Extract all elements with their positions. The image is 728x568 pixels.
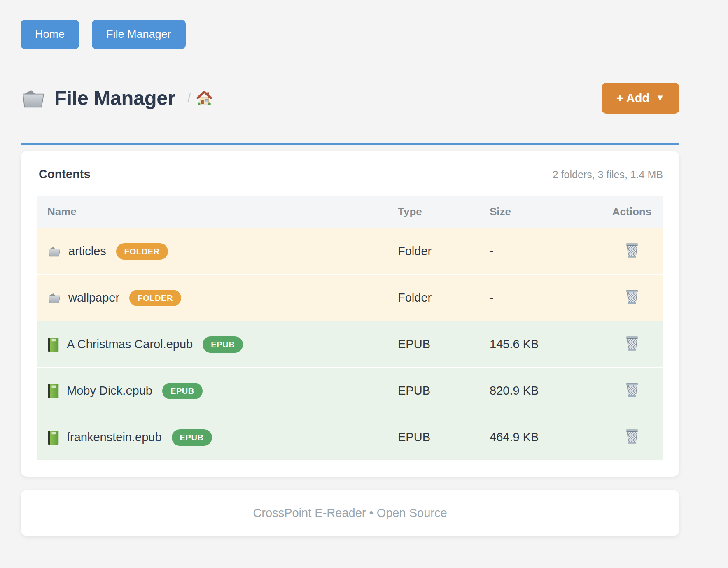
file-type: Folder	[393, 291, 485, 305]
type-badge: FOLDER	[129, 290, 181, 306]
footer-card: CrossPoint E-Reader • Open Source	[21, 490, 679, 536]
table-row: frankenstein.epub EPUB EPUB 464.9 KB	[37, 414, 663, 460]
file-size: 464.9 KB	[485, 431, 601, 444]
folder-icon	[47, 292, 61, 304]
add-button-label: + Add	[616, 91, 649, 105]
file-size: -	[485, 291, 601, 305]
folder-icon	[47, 245, 61, 257]
contents-summary: 2 folders, 3 files, 1.4 MB	[553, 169, 663, 181]
type-badge: EPUB	[162, 383, 203, 399]
file-name-link[interactable]: frankenstein.epub	[67, 431, 162, 444]
file-name-link[interactable]: Moby Dick.epub	[67, 384, 152, 398]
file-type: EPUB	[393, 338, 485, 351]
trash-icon	[625, 428, 639, 444]
table-header-row: Name Type Size Actions	[37, 196, 663, 228]
book-icon	[47, 430, 60, 445]
file-size: 145.6 KB	[485, 338, 601, 351]
type-badge: EPUB	[203, 336, 243, 353]
delete-button[interactable]	[625, 242, 639, 258]
file-table: Name Type Size Actions articles FOLDER	[37, 196, 663, 460]
top-nav: Home File Manager	[21, 20, 679, 49]
file-size: 820.9 KB	[485, 384, 601, 398]
contents-title: Contents	[39, 168, 91, 181]
column-header-actions: Actions	[601, 196, 663, 228]
table-row: A Christmas Carol.epub EPUB EPUB 145.6 K…	[37, 321, 663, 367]
home-icon[interactable]	[196, 91, 212, 105]
chevron-down-icon: ▼	[656, 93, 665, 103]
home-nav-button[interactable]: Home	[21, 20, 79, 49]
delete-button[interactable]	[625, 381, 639, 398]
file-name-link[interactable]: wallpaper	[68, 291, 119, 305]
trash-icon	[625, 288, 639, 305]
contents-card: Contents 2 folders, 3 files, 1.4 MB Name…	[21, 151, 679, 477]
file-name-link[interactable]: articles	[68, 244, 106, 258]
footer-text: CrossPoint E-Reader • Open Source	[21, 506, 679, 520]
title-divider	[21, 143, 679, 145]
column-header-size: Size	[485, 196, 601, 228]
type-badge: EPUB	[172, 429, 212, 446]
page-header: File Manager / + Add ▼	[21, 77, 679, 119]
book-icon	[47, 384, 60, 398]
file-type: Folder	[393, 244, 485, 258]
add-button[interactable]: + Add ▼	[602, 83, 679, 114]
breadcrumb: /	[188, 91, 212, 105]
column-header-type: Type	[393, 196, 485, 228]
table-row: wallpaper FOLDER Folder -	[37, 274, 663, 321]
folder-icon	[21, 87, 46, 109]
page-title: File Manager	[54, 86, 175, 109]
contents-card-header: Contents 2 folders, 3 files, 1.4 MB	[37, 168, 663, 181]
delete-button[interactable]	[625, 335, 639, 351]
delete-button[interactable]	[625, 428, 639, 444]
file-type: EPUB	[393, 431, 485, 444]
page: Home File Manager File Manager /	[0, 0, 728, 536]
trash-icon	[625, 335, 639, 351]
file-size: -	[485, 244, 601, 258]
type-badge: FOLDER	[116, 243, 168, 260]
delete-button[interactable]	[625, 288, 639, 305]
file-type: EPUB	[393, 384, 485, 398]
trash-icon	[625, 381, 639, 398]
table-row: Moby Dick.epub EPUB EPUB 820.9 KB	[37, 367, 663, 414]
file-name-link[interactable]: A Christmas Carol.epub	[67, 338, 193, 351]
breadcrumb-separator: /	[188, 92, 191, 105]
table-row: articles FOLDER Folder -	[37, 228, 663, 274]
book-icon	[47, 337, 60, 352]
column-header-name: Name	[37, 196, 393, 228]
file-manager-nav-button[interactable]: File Manager	[92, 20, 186, 49]
trash-icon	[625, 242, 639, 258]
